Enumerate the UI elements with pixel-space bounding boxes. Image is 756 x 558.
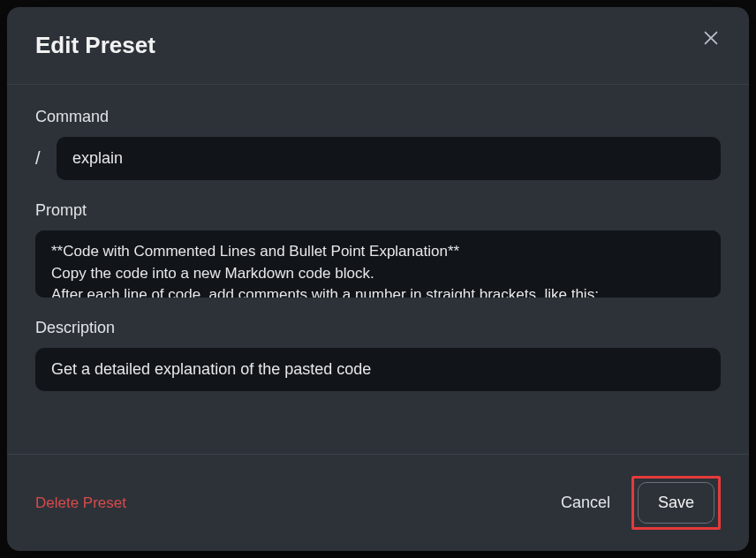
modal-body: Command / Prompt Description: [7, 85, 749, 454]
footer-right: Cancel Save: [556, 476, 721, 530]
save-highlight-box: Save: [631, 476, 721, 530]
prompt-input[interactable]: [35, 230, 721, 298]
edit-preset-modal: Edit Preset Command / Prompt Description…: [7, 7, 749, 551]
command-label: Command: [35, 108, 721, 126]
command-prefix: /: [35, 148, 48, 169]
modal-header: Edit Preset: [7, 7, 749, 85]
description-input[interactable]: [35, 348, 721, 391]
modal-title: Edit Preset: [35, 32, 155, 59]
prompt-wrapper: [35, 230, 721, 298]
cancel-button[interactable]: Cancel: [556, 485, 616, 521]
prompt-label: Prompt: [35, 201, 721, 220]
description-label: Description: [35, 319, 721, 337]
modal-footer: Delete Preset Cancel Save: [7, 454, 749, 551]
close-icon: [701, 28, 721, 48]
save-button[interactable]: Save: [638, 482, 714, 524]
delete-preset-button[interactable]: Delete Preset: [35, 494, 126, 512]
command-row: /: [35, 137, 721, 180]
close-button[interactable]: [701, 28, 721, 51]
command-input[interactable]: [57, 137, 721, 180]
